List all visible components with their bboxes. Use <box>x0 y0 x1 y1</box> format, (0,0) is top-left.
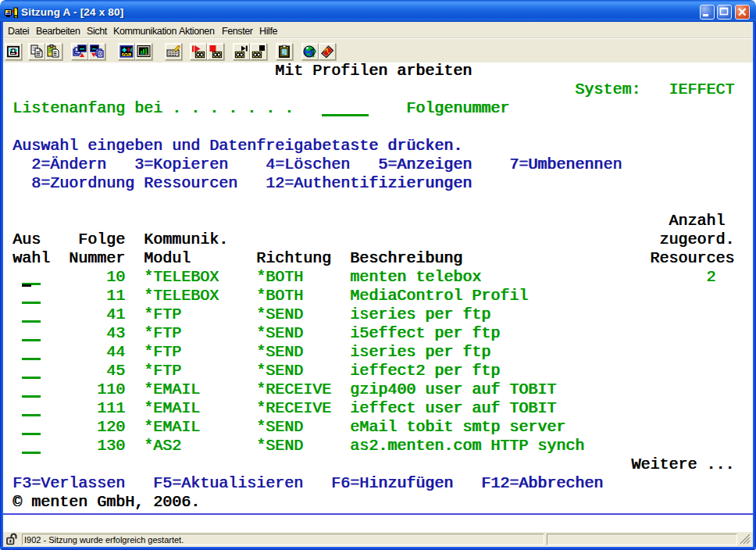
svg-text:?: ? <box>311 47 317 59</box>
